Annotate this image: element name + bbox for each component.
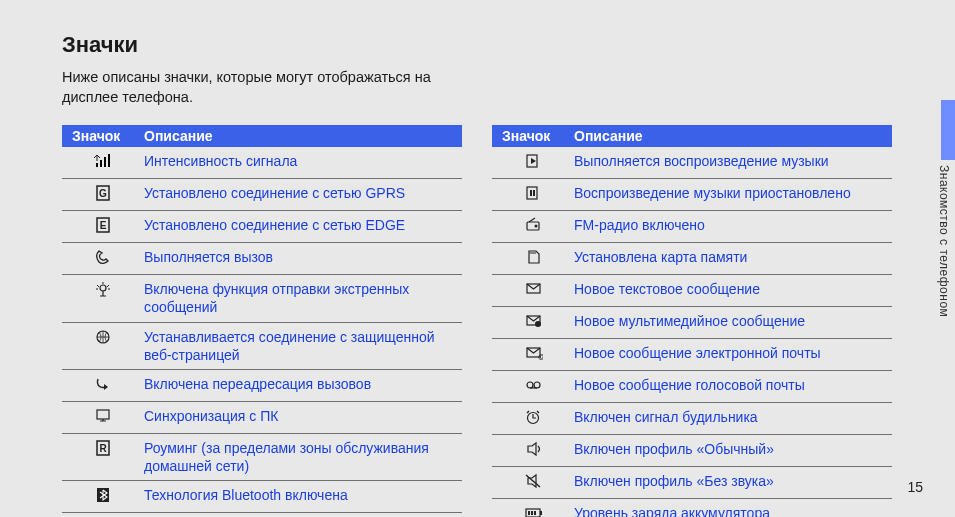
table-row: Новое сообщение голосовой почты — [492, 371, 892, 403]
left-column: Значок Описание Интенсивность сигналаУст… — [62, 125, 462, 517]
gprs-icon — [62, 184, 144, 205]
bluetooth-icon — [62, 486, 144, 507]
bluetooth-icon — [92, 487, 114, 503]
sms-icon — [522, 281, 544, 297]
row-description: FM-радио включено — [574, 216, 886, 234]
table-row: Роуминг (за пределами зоны обслуживания … — [62, 434, 462, 481]
sos-icon — [62, 280, 144, 301]
table-row: Установлено соединение с сетью GPRS — [62, 179, 462, 211]
profile-silent-icon — [522, 473, 544, 489]
sms-icon — [492, 280, 574, 301]
music-pause-icon — [492, 184, 574, 205]
music-play-icon — [522, 153, 544, 169]
table-row: Включена функция отправки экстренных соо… — [62, 275, 462, 322]
roaming-icon — [62, 439, 144, 460]
row-description: Новое мультимедийное сообщение — [574, 312, 886, 330]
row-description: Включен профиль «Обычный» — [574, 440, 886, 458]
music-pause-icon — [522, 185, 544, 201]
row-description: Новое сообщение электронной почты — [574, 344, 886, 362]
row-description: Установлено соединение с сетью GPRS — [144, 184, 456, 202]
edge-icon — [62, 216, 144, 237]
table-row: Установлена карта памяти — [492, 243, 892, 275]
page-title: Значки — [62, 32, 892, 58]
table-header: Значок Описание — [62, 125, 462, 147]
profile-normal-icon — [492, 440, 574, 461]
secure-web-icon — [92, 329, 114, 345]
table-row: Технология Bluetooth включена — [62, 481, 462, 513]
header-desc: Описание — [574, 128, 884, 144]
row-description: Технология Bluetooth включена — [144, 486, 456, 504]
table-row: Включен профиль «Без звука» — [492, 467, 892, 499]
table-row: Новое текстовое сообщение — [492, 275, 892, 307]
pc-sync-icon — [62, 407, 144, 428]
pc-sync-icon — [92, 408, 114, 424]
row-description: Включена переадресация вызовов — [144, 375, 456, 393]
profile-normal-icon — [522, 441, 544, 457]
row-description: Роуминг (за пределами зоны обслуживания … — [144, 439, 456, 475]
profile-silent-icon — [492, 472, 574, 493]
table-row: Включен сигнал будильника — [492, 403, 892, 435]
table-row: Уровень заряда аккумулятора — [492, 499, 892, 517]
email-icon — [522, 345, 544, 361]
alarm-icon — [492, 408, 574, 429]
section-tab — [941, 100, 955, 160]
page-number: 15 — [907, 479, 923, 495]
row-description: Выполняется вызов — [144, 248, 456, 266]
voicemail-icon — [492, 376, 574, 397]
row-description: Новое текстовое сообщение — [574, 280, 886, 298]
row-description: Устанавливается соединение с защищенной … — [144, 328, 456, 364]
table-row: Включен профиль «Обычный» — [492, 435, 892, 467]
table-row: Включена переадресация вызовов — [62, 370, 462, 402]
row-description: Воспроизведение музыки приостановлено — [574, 184, 886, 202]
voicemail-icon — [522, 377, 544, 393]
sdcard-icon — [492, 248, 574, 269]
table-header: Значок Описание — [492, 125, 892, 147]
header-desc: Описание — [144, 128, 454, 144]
sdcard-icon — [522, 249, 544, 265]
right-column: Значок Описание Выполняется воспроизведе… — [492, 125, 892, 517]
mms-icon — [522, 313, 544, 329]
manual-page: Значки Ниже описаны значки, которые могу… — [62, 32, 892, 517]
header-icon: Значок — [72, 128, 144, 144]
call-icon — [92, 249, 114, 265]
row-description: Выполняется воспроизведение музыки — [574, 152, 886, 170]
row-description: Установлено соединение с сетью EDGE — [144, 216, 456, 234]
forward-icon — [62, 375, 144, 396]
forward-icon — [92, 376, 114, 392]
sos-icon — [92, 281, 114, 297]
email-icon — [492, 344, 574, 365]
signal-icon — [92, 153, 114, 169]
section-label: Знакомство с телефоном — [937, 165, 951, 317]
call-icon — [62, 248, 144, 269]
row-description: Уровень заряда аккумулятора — [574, 504, 886, 517]
table-row: FM-радио включено — [492, 211, 892, 243]
row-description: Включен профиль «Без звука» — [574, 472, 886, 490]
table-row: Новое сообщение электронной почты — [492, 339, 892, 371]
alarm-icon — [522, 409, 544, 425]
row-description: Интенсивность сигнала — [144, 152, 456, 170]
signal-icon — [62, 152, 144, 173]
battery-icon — [492, 504, 574, 517]
table-row: Интенсивность сигнала — [62, 147, 462, 179]
music-play-icon — [492, 152, 574, 173]
edge-icon — [92, 217, 114, 233]
columns: Значок Описание Интенсивность сигналаУст… — [62, 125, 892, 517]
battery-icon — [522, 505, 544, 517]
table-row: Выполняется вызов — [62, 243, 462, 275]
row-description: Новое сообщение голосовой почты — [574, 376, 886, 394]
secure-web-icon — [62, 328, 144, 349]
row-description: Включен сигнал будильника — [574, 408, 886, 426]
row-description: Включена функция отправки экстренных соо… — [144, 280, 456, 316]
table-row: Установлено соединение с сетью EDGE — [62, 211, 462, 243]
mms-icon — [492, 312, 574, 333]
table-row: Синхронизация с ПК — [62, 402, 462, 434]
roaming-icon — [92, 440, 114, 456]
row-description: Установлена карта памяти — [574, 248, 886, 266]
table-row: Воспроизведение музыки приостановлено — [492, 179, 892, 211]
header-icon: Значок — [502, 128, 574, 144]
table-row: Выполняется воспроизведение музыки — [492, 147, 892, 179]
row-description: Синхронизация с ПК — [144, 407, 456, 425]
fm-radio-icon — [492, 216, 574, 237]
intro-text: Ниже описаны значки, которые могут отобр… — [62, 68, 462, 107]
gprs-icon — [92, 185, 114, 201]
